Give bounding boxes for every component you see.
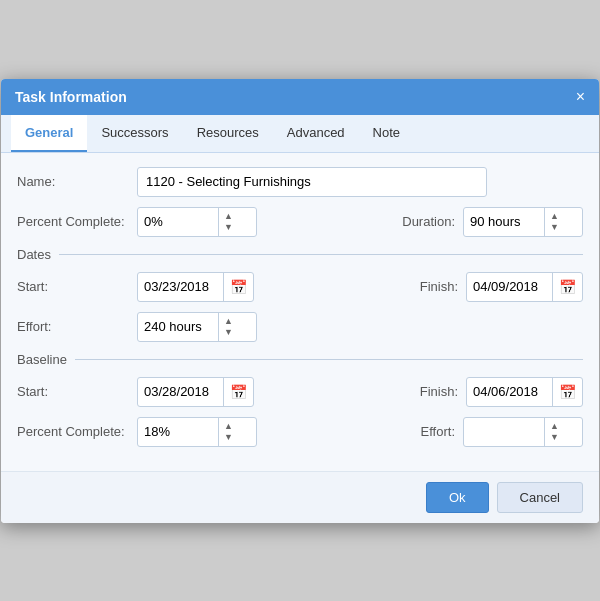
percent-up-arrow[interactable]: ▲ (219, 211, 238, 222)
dialog-title: Task Information (15, 89, 127, 105)
tab-advanced[interactable]: Advanced (273, 115, 359, 152)
name-input[interactable] (137, 167, 487, 197)
baseline-percent-down-arrow[interactable]: ▼ (219, 432, 238, 443)
baseline-finish-input[interactable] (467, 378, 552, 406)
baseline-start-finish-row: Start: 📅 Finish: 📅 (17, 377, 583, 407)
tab-successors[interactable]: Successors (87, 115, 182, 152)
effort-arrows: ▲ ▼ (218, 313, 238, 341)
start-finish-row: Start: 📅 Finish: 📅 (17, 272, 583, 302)
baseline-divider: Baseline (17, 352, 583, 367)
name-row: Name: (17, 167, 583, 197)
baseline-start-date-group: 📅 (137, 377, 254, 407)
baseline-finish-group: Finish: 📅 (420, 377, 583, 407)
finish-date-input[interactable] (467, 273, 552, 301)
dialog-body: Name: Percent Complete: ▲ ▼ Duration: ▲ (1, 153, 599, 471)
baseline-finish-calendar-button[interactable]: 📅 (552, 378, 582, 406)
effort-label: Effort: (17, 319, 137, 334)
percent-complete-spinner: ▲ ▼ (137, 207, 257, 237)
baseline-start-calendar-button[interactable]: 📅 (223, 378, 253, 406)
baseline-effort-up-arrow[interactable]: ▲ (545, 421, 564, 432)
percent-complete-label: Percent Complete: (17, 214, 137, 229)
baseline-divider-line (75, 359, 583, 360)
duration-group: Duration: ▲ ▼ (402, 207, 583, 237)
tab-general[interactable]: General (11, 115, 87, 152)
baseline-effort-input[interactable] (464, 418, 544, 446)
percent-down-arrow[interactable]: ▼ (219, 222, 238, 233)
duration-arrows: ▲ ▼ (544, 208, 564, 236)
baseline-effort-group: Effort: ▲ ▼ (421, 417, 583, 447)
dialog-footer: Ok Cancel (1, 471, 599, 523)
task-information-dialog: Task Information × General Successors Re… (1, 79, 599, 523)
duration-input[interactable] (464, 208, 544, 236)
finish-date-input-group: 📅 (466, 272, 583, 302)
start-date-input-group: 📅 (137, 272, 254, 302)
start-calendar-button[interactable]: 📅 (223, 273, 253, 301)
baseline-effort-spinner: ▲ ▼ (463, 417, 583, 447)
cancel-button[interactable]: Cancel (497, 482, 583, 513)
effort-down-arrow[interactable]: ▼ (219, 327, 238, 338)
baseline-start-input[interactable] (138, 378, 223, 406)
tab-resources[interactable]: Resources (183, 115, 273, 152)
baseline-section-label: Baseline (17, 352, 67, 367)
start-label: Start: (17, 279, 137, 294)
baseline-percent-input[interactable] (138, 418, 218, 446)
percent-arrows: ▲ ▼ (218, 208, 238, 236)
baseline-percent-arrows: ▲ ▼ (218, 418, 238, 446)
name-label: Name: (17, 174, 137, 189)
baseline-start-label: Start: (17, 384, 137, 399)
effort-row: Effort: ▲ ▼ (17, 312, 583, 342)
duration-down-arrow[interactable]: ▼ (545, 222, 564, 233)
baseline-percent-spinner: ▲ ▼ (137, 417, 257, 447)
start-date-input[interactable] (138, 273, 223, 301)
dates-divider-line (59, 254, 583, 255)
baseline-percent-up-arrow[interactable]: ▲ (219, 421, 238, 432)
duration-up-arrow[interactable]: ▲ (545, 211, 564, 222)
baseline-percent-effort-row: Percent Complete: ▲ ▼ Effort: ▲ ▼ (17, 417, 583, 447)
baseline-finish-date-group: 📅 (466, 377, 583, 407)
ok-button[interactable]: Ok (426, 482, 489, 513)
finish-group: Finish: 📅 (420, 272, 583, 302)
duration-spinner: ▲ ▼ (463, 207, 583, 237)
effort-spinner: ▲ ▼ (137, 312, 257, 342)
dates-divider: Dates (17, 247, 583, 262)
percent-complete-input[interactable] (138, 208, 218, 236)
close-button[interactable]: × (576, 89, 585, 105)
dialog-header: Task Information × (1, 79, 599, 115)
baseline-percent-label: Percent Complete: (17, 424, 137, 439)
tab-bar: General Successors Resources Advanced No… (1, 115, 599, 153)
baseline-effort-arrows: ▲ ▼ (544, 418, 564, 446)
baseline-effort-down-arrow[interactable]: ▼ (545, 432, 564, 443)
finish-calendar-button[interactable]: 📅 (552, 273, 582, 301)
baseline-finish-label: Finish: (420, 384, 458, 399)
percent-duration-row: Percent Complete: ▲ ▼ Duration: ▲ ▼ (17, 207, 583, 237)
effort-up-arrow[interactable]: ▲ (219, 316, 238, 327)
effort-input[interactable] (138, 313, 218, 341)
dates-section-label: Dates (17, 247, 51, 262)
duration-label: Duration: (402, 214, 455, 229)
finish-label: Finish: (420, 279, 458, 294)
tab-note[interactable]: Note (359, 115, 414, 152)
baseline-effort-label: Effort: (421, 424, 455, 439)
